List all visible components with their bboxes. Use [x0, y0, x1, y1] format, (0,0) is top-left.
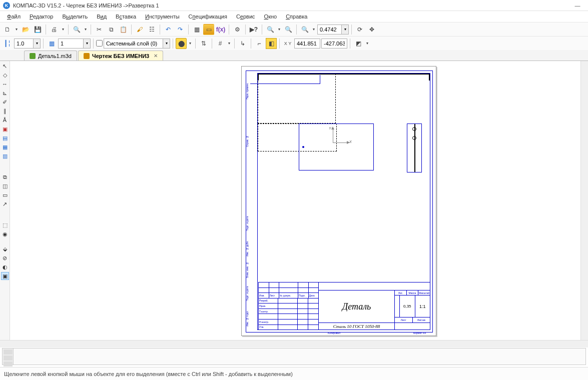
- ortho-xy-button[interactable]: ⇅: [198, 38, 209, 49]
- break-icon[interactable]: ◫: [1, 182, 9, 190]
- menu-select[interactable]: Выделить: [58, 12, 92, 20]
- ortho-button[interactable]: ⌐: [254, 38, 265, 49]
- libraries-button[interactable]: ▭: [203, 24, 214, 35]
- layer-checkbox[interactable]: [96, 40, 103, 46]
- zoom-fit-dropdown[interactable]: ▾: [311, 24, 316, 35]
- new-button[interactable]: 🗋: [2, 24, 13, 35]
- detail-icon[interactable]: ◉: [1, 230, 9, 238]
- step-input[interactable]: [58, 38, 83, 48]
- params-icon[interactable]: ∥: [1, 107, 9, 115]
- zoom-in-button[interactable]: 🔍: [283, 24, 294, 35]
- grid-button[interactable]: #: [215, 38, 226, 49]
- app-icon: K: [3, 2, 10, 9]
- zoom-value-input[interactable]: [317, 24, 341, 34]
- print-button[interactable]: 🖨: [49, 24, 60, 35]
- pointer-icon[interactable]: ↖: [1, 62, 9, 70]
- menu-window[interactable]: Окно: [260, 12, 281, 20]
- prop-btn[interactable]: [4, 350, 13, 354]
- properties-button[interactable]: ☷: [146, 24, 157, 35]
- save-button[interactable]: 💾: [32, 24, 43, 35]
- view1[interactable]: [299, 124, 374, 170]
- layer-combo[interactable]: ▾: [104, 38, 170, 48]
- minimize-button[interactable]: —: [570, 2, 585, 8]
- views-icon[interactable]: ▥: [1, 152, 9, 160]
- zoom-value-combo[interactable]: ▾: [317, 24, 349, 34]
- preview-dropdown[interactable]: ▾: [83, 24, 88, 35]
- copy-button[interactable]: ⧉: [106, 24, 117, 35]
- step-caret[interactable]: ▾: [83, 38, 91, 48]
- zoom-window-dropdown[interactable]: ▾: [277, 24, 282, 35]
- brush-button[interactable]: 🖌: [134, 24, 145, 35]
- geometry-icon[interactable]: ◇: [1, 71, 9, 79]
- remote-icon[interactable]: ⊘: [1, 254, 9, 262]
- snap-toggle[interactable]: ⬤: [176, 38, 187, 49]
- grid-dropdown[interactable]: ▾: [227, 38, 232, 49]
- tab-detal1[interactable]: Деталь1.m3d: [24, 50, 77, 60]
- line-style-combo[interactable]: ▾: [14, 38, 41, 48]
- prop-btn[interactable]: [4, 362, 13, 366]
- prop-btn[interactable]: [4, 356, 13, 360]
- measure-icon[interactable]: Å: [1, 116, 9, 124]
- paste-button[interactable]: 📋: [118, 24, 129, 35]
- active-tool-icon[interactable]: ▣: [1, 272, 9, 280]
- state-dropdown[interactable]: ▾: [365, 38, 370, 49]
- step-combo[interactable]: ▾: [58, 38, 91, 48]
- arrow-view-icon[interactable]: ↗: [1, 200, 9, 208]
- line-style-caret[interactable]: ▾: [33, 38, 41, 48]
- notation-icon[interactable]: ⊾: [1, 89, 9, 97]
- zoom-fit-button[interactable]: 🔍: [299, 24, 310, 35]
- select-icon[interactable]: ▣: [1, 125, 9, 133]
- open-button[interactable]: 📂: [20, 24, 31, 35]
- menu-help[interactable]: Справка: [282, 12, 311, 20]
- new-dropdown[interactable]: ▾: [14, 24, 19, 35]
- preview-button[interactable]: 🔍: [71, 24, 82, 35]
- layer-input[interactable]: [104, 38, 163, 48]
- edit-icon[interactable]: ✐: [1, 98, 9, 106]
- tab-drawing[interactable]: Чертеж БЕЗ ИМЕНИ3 ✕: [78, 50, 163, 60]
- print-dropdown[interactable]: ▾: [61, 24, 66, 35]
- dimensions-icon[interactable]: ↔: [1, 80, 9, 88]
- view3[interactable]: [407, 124, 422, 172]
- step-icon[interactable]: ▦: [46, 38, 57, 49]
- undo-button[interactable]: ↶: [163, 24, 174, 35]
- menu-insert[interactable]: Вставка: [112, 12, 140, 20]
- reports-icon[interactable]: ▦: [1, 143, 9, 151]
- round-button[interactable]: ◧: [266, 38, 277, 49]
- zoom-value-caret[interactable]: ▾: [341, 24, 349, 34]
- menu-view[interactable]: Вид: [93, 12, 111, 20]
- line-style-icon[interactable]: ┃╎: [2, 38, 13, 49]
- snap-dropdown[interactable]: ▾: [188, 38, 193, 49]
- pan-button[interactable]: ✥: [366, 24, 377, 35]
- refresh-button[interactable]: ⟳: [354, 24, 365, 35]
- cut-view-icon[interactable]: ⬙: [1, 245, 9, 253]
- help-context-button[interactable]: ▶?: [248, 24, 259, 35]
- variables-button[interactable]: f(x): [215, 24, 226, 35]
- menu-file[interactable]: Файл: [3, 12, 25, 20]
- local-icon[interactable]: ▭: [1, 191, 9, 199]
- spec-icon[interactable]: ▤: [1, 134, 9, 142]
- drawing-canvas[interactable]: Перв. примен. Справ. № Подп. и дата Инв.…: [10, 61, 588, 340]
- cut-button[interactable]: ✂: [94, 24, 105, 35]
- menu-tools[interactable]: Инструменты: [141, 12, 184, 20]
- assoc-views-icon[interactable]: ⧉: [1, 173, 9, 181]
- vertical-scrollbar[interactable]: [580, 61, 588, 340]
- property-panel[interactable]: [2, 348, 586, 365]
- horizontal-scrollbar[interactable]: [0, 340, 588, 348]
- title-block[interactable]: Изм. Лист № докум. Подп. Дата Разраб. Пр…: [258, 282, 430, 330]
- section-icon[interactable]: ⬚: [1, 221, 9, 229]
- lcs-button[interactable]: ↳: [237, 38, 248, 49]
- links-button[interactable]: ⚙: [232, 24, 243, 35]
- redo-button[interactable]: ↷: [175, 24, 186, 35]
- menu-spec[interactable]: Спецификация: [185, 12, 231, 20]
- coord-x-input[interactable]: [294, 38, 320, 48]
- line-style-input[interactable]: [14, 38, 33, 48]
- state-button[interactable]: ◩: [353, 38, 364, 49]
- manager-button[interactable]: ▦: [191, 24, 202, 35]
- tab-close-button[interactable]: ✕: [154, 53, 158, 58]
- menu-editor[interactable]: Редактор: [26, 12, 57, 20]
- menu-service[interactable]: Сервис: [232, 12, 259, 20]
- layer-caret[interactable]: ▾: [163, 38, 170, 48]
- axon-icon[interactable]: ◐: [1, 263, 9, 271]
- coord-y-input[interactable]: [321, 38, 347, 48]
- zoom-window-button[interactable]: 🔍: [265, 24, 276, 35]
